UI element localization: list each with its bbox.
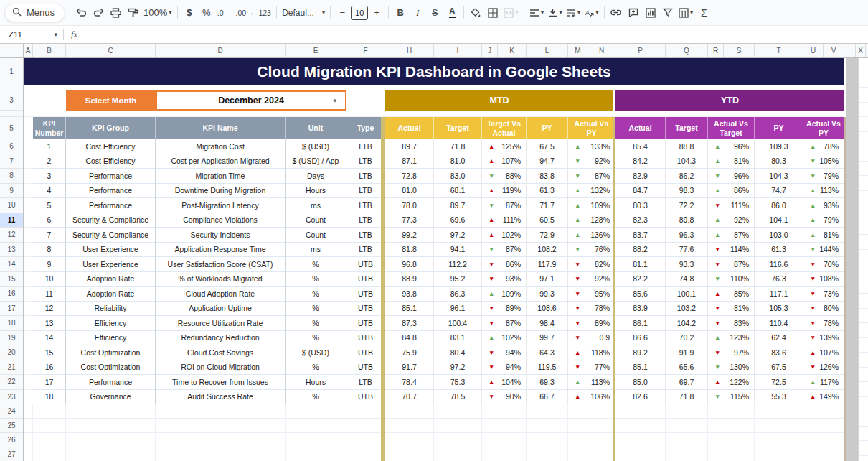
kpi-number-cell[interactable]: 8: [33, 243, 66, 258]
ytd-target-cell[interactable]: 93.3: [666, 257, 708, 272]
empty-cell[interactable]: [666, 419, 708, 433]
kpi-type-cell[interactable]: LTB: [346, 243, 385, 258]
kpi-group-cell[interactable]: Performance: [66, 375, 156, 390]
ytd-actual-vs-target-cell[interactable]: ▼110%: [708, 272, 755, 287]
kpi-group-cell[interactable]: Performance: [66, 198, 156, 213]
ytd-actual-vs-target-cell[interactable]: ▲87%: [708, 228, 755, 243]
kpi-group-cell[interactable]: Security & Compliance: [66, 213, 156, 228]
ytd-py-cell[interactable]: 110.4: [755, 316, 803, 331]
column-header-U[interactable]: U: [803, 44, 824, 57]
format-percent-button[interactable]: %: [198, 4, 215, 22]
cell-a[interactable]: [24, 316, 33, 331]
ytd-actual-cell[interactable]: 82.3: [615, 213, 666, 228]
ytd-py-cell[interactable]: 55.3: [755, 390, 803, 405]
empty-cell[interactable]: [346, 433, 385, 447]
cell-a[interactable]: [24, 198, 33, 213]
mtd-py-cell[interactable]: 71.7: [527, 198, 568, 213]
undo-button[interactable]: [72, 4, 90, 22]
column-header-I[interactable]: I: [434, 44, 482, 57]
kpi-group-cell[interactable]: Adoption Rate: [66, 287, 156, 302]
cell-a[interactable]: [24, 287, 33, 302]
cell-a[interactable]: [24, 169, 33, 184]
mtd-py-cell[interactable]: 108.2: [527, 243, 568, 258]
mtd-target-cell[interactable]: 78.5: [434, 390, 482, 405]
kpi-unit-cell[interactable]: %: [286, 272, 346, 287]
empty-cell[interactable]: [527, 447, 568, 461]
empty-cell[interactable]: [434, 447, 482, 461]
increase-font-size-button[interactable]: +: [368, 4, 385, 22]
kpi-number-cell[interactable]: 9: [33, 257, 66, 272]
kpi-number-cell[interactable]: 17: [33, 375, 66, 390]
mtd-target-cell[interactable]: 95.2: [434, 272, 482, 287]
column-header-K[interactable]: K: [498, 44, 527, 57]
kpi-number-cell[interactable]: 11: [33, 287, 66, 302]
column-header-E[interactable]: E: [286, 44, 346, 57]
empty-cell[interactable]: [666, 433, 708, 447]
ytd-actual-vs-target-cell[interactable]: ▼97%: [708, 345, 755, 360]
row-header-9[interactable]: 9: [0, 184, 23, 199]
empty-cell[interactable]: [755, 404, 803, 419]
empty-cell[interactable]: [527, 419, 568, 433]
empty-cell[interactable]: [803, 433, 844, 447]
mtd-actual-cell[interactable]: 88.9: [385, 272, 434, 287]
kpi-group-cell[interactable]: Efficiency: [66, 331, 156, 346]
mtd-actual-vs-py-cell[interactable]: ▼77%: [568, 360, 615, 376]
mtd-target-cell[interactable]: 81.0: [434, 154, 482, 169]
mtd-target-cell[interactable]: 80.4: [434, 345, 482, 360]
kpi-unit-cell[interactable]: %: [286, 287, 346, 302]
mtd-actual-cell[interactable]: 87.1: [385, 154, 434, 169]
mtd-target-cell[interactable]: 83.1: [434, 331, 482, 346]
row-header-8[interactable]: 8: [0, 169, 23, 184]
select-all-corner[interactable]: [0, 44, 24, 57]
kpi-number-cell[interactable]: 3: [33, 169, 66, 184]
ytd-py-cell[interactable]: 104.1: [755, 213, 803, 228]
empty-cell[interactable]: [568, 419, 615, 433]
kpi-group-cell[interactable]: Adoption Rate: [66, 272, 156, 287]
column-header-F[interactable]: F: [346, 44, 385, 57]
empty-cell[interactable]: [66, 419, 156, 433]
kpi-name-cell[interactable]: Time to Recover from Issues: [156, 375, 286, 390]
kpi-name-cell[interactable]: % of Workloads Migrated: [156, 272, 286, 287]
ytd-actual-vs-target-cell[interactable]: ▼87%: [708, 257, 755, 272]
kpi-number-cell[interactable]: 16: [33, 360, 66, 376]
kpi-type-cell[interactable]: UTB: [346, 390, 385, 405]
row-header-5[interactable]: 5: [0, 117, 23, 139]
kpi-name-cell[interactable]: Migration Time: [156, 169, 286, 184]
dashboard-title[interactable]: Cloud Migration KPI Dashboard in Google …: [24, 58, 844, 85]
mtd-actual-cell[interactable]: 75.9: [385, 345, 434, 360]
kpi-name-cell[interactable]: Cloud Adoption Rate: [156, 287, 286, 302]
ytd-target-cell[interactable]: 70.2: [666, 331, 708, 346]
kpi-number-cell[interactable]: 13: [33, 316, 66, 331]
empty-cell[interactable]: [568, 447, 615, 461]
empty-cell[interactable]: [346, 419, 385, 433]
mtd-target-vs-actual-cell[interactable]: ▲104%: [482, 375, 527, 390]
kpi-number-cell[interactable]: 6: [33, 213, 66, 228]
ytd-actual-vs-target-cell[interactable]: ▼114%: [708, 243, 755, 258]
mtd-py-cell[interactable]: 61.3: [527, 184, 568, 199]
mtd-actual-vs-py-cell[interactable]: ▲136%: [568, 228, 615, 243]
ytd-py-cell[interactable]: 109.3: [755, 139, 803, 154]
empty-cell[interactable]: [286, 404, 346, 419]
empty-cell[interactable]: [803, 404, 844, 419]
mtd-target-vs-actual-cell[interactable]: ▲102%: [482, 228, 527, 243]
kpi-type-cell[interactable]: LTB: [346, 198, 385, 213]
kpi-unit-cell[interactable]: %: [286, 360, 346, 376]
column-header-Q[interactable]: Q: [666, 44, 708, 57]
mtd-py-cell[interactable]: 98.4: [527, 316, 568, 331]
mtd-py-cell[interactable]: 119.5: [527, 360, 568, 376]
ytd-target-cell[interactable]: 86.2: [666, 169, 708, 184]
ytd-actual-vs-target-cell[interactable]: ▼83%: [708, 316, 755, 331]
row-header-10[interactable]: 10: [0, 198, 23, 213]
cell-a[interactable]: [24, 213, 33, 228]
ytd-actual-cell[interactable]: 89.2: [615, 345, 666, 360]
kpi-group-cell[interactable]: User Experience: [66, 257, 156, 272]
mtd-actual-vs-py-cell[interactable]: ▼78%: [568, 302, 615, 317]
kpi-name-cell[interactable]: User Satisfaction Score (CSAT): [156, 257, 286, 272]
mtd-target-vs-actual-cell[interactable]: ▼87%: [482, 243, 527, 258]
ytd-actual-vs-py-cell[interactable]: ▼73%: [803, 287, 844, 302]
ytd-py-cell[interactable]: 105.3: [755, 302, 803, 317]
italic-button[interactable]: I: [409, 4, 426, 22]
cell-a[interactable]: [24, 375, 33, 390]
ytd-target-cell[interactable]: 88.8: [666, 139, 708, 154]
ytd-py-cell[interactable]: 103.0: [755, 228, 803, 243]
